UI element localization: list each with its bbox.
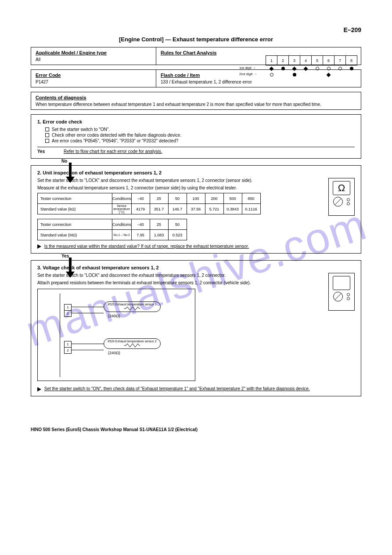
- step1-item: Set the starter switch to "ON".: [52, 127, 110, 132]
- diamond-icon: [292, 66, 297, 71]
- diamond-icon: [327, 73, 331, 77]
- t2-head: Tester connection: [38, 219, 112, 230]
- checkbox-icon: [45, 133, 49, 137]
- legend-2nd: 2nd digit →: [239, 72, 257, 76]
- t2-head: 50: [168, 219, 187, 230]
- resistance-table-2: Tester connection Conditions −40 25 50 S…: [37, 219, 187, 240]
- step3-box: 3. Voltage check of exhaust temperature …: [31, 260, 361, 396]
- meter-screen: [333, 276, 350, 290]
- resistance-table-1: Tester connection Conditions −40 25 50 1…: [37, 193, 261, 214]
- resistor-icon: [124, 344, 140, 347]
- meter-port-icon: [347, 198, 350, 201]
- t2-val: 1.083: [150, 230, 168, 240]
- step2-box: 2. Unit inspection of exhaust temperatur…: [31, 165, 361, 254]
- step2-after: Is the measured value within the standar…: [44, 244, 249, 249]
- dot-icon: [281, 67, 285, 70]
- step3-p1: Set the starter switch to "LOCK" and dis…: [37, 273, 355, 278]
- step2-p2: Measure at the exhaust temperature senso…: [37, 185, 355, 190]
- t1-head: Conditions: [112, 193, 132, 204]
- step2-yes: Yes: [61, 254, 361, 258]
- page-number: E–209: [31, 26, 361, 33]
- matrix-cell: 7: [334, 56, 346, 65]
- applicable-title: Applicable Model / Engine type: [36, 50, 151, 55]
- t1-head: 25: [150, 193, 168, 204]
- t2-head: −40: [131, 219, 150, 230]
- diamond-icon: [270, 66, 274, 71]
- terminal: 2: [65, 348, 72, 354]
- legend-1st: 1st digit →: [239, 66, 256, 70]
- contents-title: Contents of diagnosis: [36, 95, 356, 100]
- contents-box: Contents of diagnosis When temperature d…: [31, 92, 361, 110]
- meter-dial-icon: [333, 292, 343, 301]
- step1-yes: Yes: [37, 149, 64, 154]
- diamond-icon: [304, 66, 308, 71]
- dot-icon: [293, 73, 296, 76]
- wiring-diagram: 12 #521 Exhaust temperature sensor 1 (24…: [37, 289, 195, 381]
- step1-item: Check other error codes detected with th…: [52, 133, 181, 138]
- matrix-cell: 5: [312, 56, 323, 65]
- matrix-cell: 8: [346, 56, 357, 65]
- meter-port-icon: [347, 297, 350, 300]
- meter-port-icon: [347, 293, 350, 296]
- footer-text: HINO 500 Series (Euro5) Chassis Workshop…: [31, 427, 361, 432]
- circle-icon: [316, 67, 319, 70]
- step3-after: Set the starter switch to "ON", then che…: [44, 386, 310, 391]
- rules-matrix: 1 2 3 4 5 6 7 8: [266, 55, 357, 78]
- matrix-cell: 3: [289, 56, 300, 65]
- t1-val: 4179: [131, 204, 150, 214]
- dot-icon: [350, 67, 353, 70]
- circle-icon: [270, 73, 273, 76]
- page-title: [Engine Control] — Exhaust temperature d…: [31, 36, 361, 43]
- step1-box: 1. Error code check Set the starter swit…: [31, 114, 361, 159]
- sensor-1-pill: #521 Exhaust temperature sensor 1: [104, 301, 161, 312]
- t1-val: 37.56: [187, 204, 205, 214]
- t1-head: 50: [168, 193, 187, 204]
- header-box: Applicable Model / Engine type All Rules…: [31, 47, 361, 65]
- t1-head: Tester connection: [38, 193, 112, 204]
- circle-icon: [338, 67, 342, 70]
- resistor-value: (240Ω): [108, 351, 120, 355]
- rules-title: Rules for Chart Analysis: [161, 50, 356, 55]
- applicable-body: All: [36, 57, 151, 62]
- t1-head: 500: [223, 193, 242, 204]
- terminal: 1: [65, 341, 72, 348]
- t1-val: 351.7: [150, 204, 168, 214]
- code-value: P1427: [36, 80, 151, 84]
- sensor-2-pill: #524 Exhaust temperature sensor 2: [104, 338, 161, 349]
- step1-item: Are error codes "P0545", "P0546", "P2033…: [52, 138, 178, 143]
- t1-val: 5.721: [205, 204, 223, 214]
- t1-val: 0.3843: [223, 204, 242, 214]
- checkbox-icon: [45, 127, 49, 131]
- t1-head: 200: [205, 193, 223, 204]
- resistor-value: (240Ω): [108, 314, 120, 318]
- t1-val: 0.1116: [242, 204, 260, 214]
- t2-val: 7.95: [131, 230, 150, 240]
- matrix-cell: 6: [323, 56, 334, 65]
- matrix-cell: 1: [266, 56, 277, 65]
- t2-val: 0.523: [168, 230, 187, 240]
- t1-lbl: Standard value (kΩ): [38, 204, 112, 214]
- sensor-2-label: #524 Exhaust temperature sensor 2: [104, 339, 160, 344]
- t2-lbl: Standard value (MΩ): [38, 230, 112, 240]
- code-title: Error Code: [36, 73, 151, 78]
- step3-p2: Attach prepared resistors between the te…: [37, 280, 355, 285]
- triangle-icon: [37, 244, 41, 249]
- matrix-cell: 4: [300, 56, 312, 65]
- step3-title: 3. Voltage check of exhaust temperature …: [37, 265, 355, 270]
- t2-conn: No.1 – No.2: [112, 230, 132, 240]
- triangle-icon: [37, 387, 41, 392]
- checkbox-icon: [45, 139, 49, 143]
- step2-p1: Set the starter switch to "LOCK" and dis…: [37, 178, 355, 183]
- step1-title: 1. Error code check: [37, 119, 355, 124]
- meter-screen: Ω: [333, 181, 350, 195]
- step1-yes-note: Refer to flow chart for each error code …: [64, 149, 162, 154]
- sensor-1-label: #521 Exhaust temperature sensor 1: [104, 302, 160, 307]
- step2-title: 2. Unit inspection of exhaust temperatur…: [37, 170, 355, 175]
- t1-val: 146.7: [168, 204, 187, 214]
- item-value: 133 / Exhaust temperature 1, 2 differenc…: [161, 80, 356, 84]
- t1-head: 100: [187, 193, 205, 204]
- terminal: 2: [65, 311, 72, 317]
- meter-port-icon: [347, 202, 350, 205]
- terminal: 1: [65, 305, 72, 311]
- resistor-icon: [124, 307, 140, 310]
